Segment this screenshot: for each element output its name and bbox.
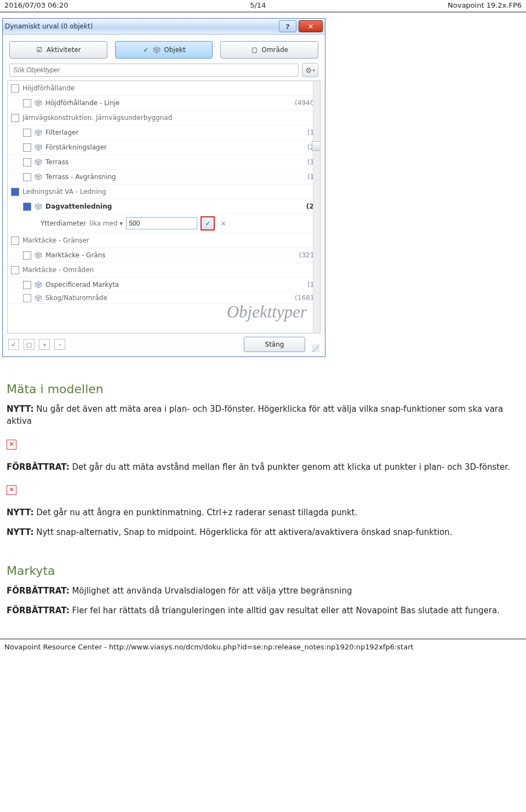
list-section[interactable]: Marktäcke - Gränser ⌃ <box>8 233 320 248</box>
scrollbar-track[interactable] <box>313 81 320 333</box>
item-label: Filterlager <box>45 129 304 136</box>
criteria-value-input[interactable] <box>126 217 197 229</box>
list-item[interactable]: Ospecificerad Markyta (1) <box>8 278 320 292</box>
chevron-down-icon: ▾ <box>313 68 315 73</box>
dialog-titlebar[interactable]: Dynamiskt urval (0 objekt) ? ✕ <box>3 19 325 34</box>
checkbox[interactable] <box>23 251 31 260</box>
paragraph: NYTT: Det går nu att ångra en punktinmat… <box>7 507 519 519</box>
checkbox-checked[interactable] <box>23 203 31 211</box>
checkbox[interactable] <box>23 99 31 107</box>
list-item[interactable]: Filterlager (1) <box>8 125 320 140</box>
checkbox[interactable] <box>23 173 31 181</box>
header-left: 2016/07/03 06:20 <box>4 1 68 9</box>
object-type-list: Höjdförhållande ⌃ Höjdförhållande - Linj… <box>7 80 321 333</box>
checkbox[interactable] <box>23 143 31 152</box>
criteria-remove-button[interactable]: ✕ <box>218 220 228 228</box>
item-label: Terrass <box>45 158 304 166</box>
tab-label: Område <box>261 46 288 54</box>
cube-icon <box>35 129 42 136</box>
list-item-selected[interactable]: Dagvattenledning (2) <box>8 199 320 214</box>
checkbox[interactable] <box>23 158 31 166</box>
section-label: Ledningsnät VA - Ledning <box>22 188 304 195</box>
heading-mata: Mäta i modellen <box>7 382 519 396</box>
text: Nytt snap-alternativ, Snap to midpoint. … <box>33 527 452 537</box>
text: Möjlighet att använda Urvalsdialogen för… <box>70 586 352 596</box>
checkbox[interactable] <box>11 237 19 245</box>
checkbox[interactable] <box>23 129 31 137</box>
paragraph: NYTT: Nytt snap-alternativ, Snap to midp… <box>7 527 519 539</box>
cube-icon <box>35 99 42 107</box>
settings-button[interactable]: ⚙▾ <box>302 63 318 77</box>
dynamic-selection-dialog: Dynamiskt urval (0 objekt) ? ✕ ☑ Aktivit… <box>2 18 325 357</box>
close-button[interactable]: Stäng <box>244 337 305 352</box>
tab-omrade[interactable]: ▢ Område <box>220 41 318 59</box>
uncheck-all-button[interactable]: ▢ <box>24 339 35 350</box>
footer-text: Novapoint Resource Center - http://www.v… <box>4 643 414 651</box>
tab-bar: ☑ Aktiviteter ✓ Objekt ▢ Område <box>4 39 324 63</box>
list-section[interactable]: Ledningsnät VA - Ledning ⌃ <box>8 185 320 199</box>
cube-icon <box>35 294 42 302</box>
item-label: Ospecificerad Markyta <box>45 281 304 289</box>
label-nytt: NYTT: <box>7 527 33 537</box>
document-body: Mäta i modellen NYTT: Nu går det även at… <box>0 382 526 617</box>
search-input[interactable] <box>9 64 299 77</box>
list-item[interactable]: Terrass (1) <box>8 155 320 170</box>
panel-watermark: Objekttyper <box>227 302 307 322</box>
list-item[interactable]: Förstärkningslager (2) <box>8 140 320 155</box>
check-icon: ✓ <box>205 220 210 227</box>
header-center: 5/14 <box>250 1 266 9</box>
expand-all-button[interactable]: ＋ <box>39 339 50 350</box>
page-header: 2016/07/03 06:20 5/14 Novapoint 19.2x.FP… <box>0 0 526 13</box>
item-label: Marktäcke - Gräns <box>45 251 296 259</box>
list-section[interactable]: Järnvägskonstruktion. Järnvägsunderbyggn… <box>8 111 320 125</box>
criteria-confirm-button[interactable]: ✓ <box>201 216 215 231</box>
tab-objekt[interactable]: ✓ Objekt <box>115 41 213 59</box>
window-close-button[interactable]: ✕ <box>299 20 323 32</box>
list-item[interactable]: Höjdförhållande - Linje (4940) <box>8 96 320 111</box>
criteria-field: Ytterdiameter <box>41 220 86 227</box>
checkbox[interactable] <box>11 114 19 122</box>
dialog-bottom-bar: ✓ ▢ ＋ － Stäng <box>4 333 324 356</box>
label-nytt: NYTT: <box>7 508 33 517</box>
square-icon: ▢ <box>250 46 258 54</box>
list-item[interactable]: Terrass - Avgränsning (1) <box>8 170 320 185</box>
cube-icon <box>35 251 42 259</box>
label-forbattrat: FÖRBÄTTRAT: <box>7 462 70 472</box>
collapse-all-button[interactable]: － <box>54 339 65 350</box>
close-icon: ✕ <box>220 220 226 228</box>
tab-aktiviteter[interactable]: ☑ Aktiviteter <box>9 41 107 59</box>
text: Det går nu att ångra en punktinmatning. … <box>33 508 357 517</box>
help-button[interactable]: ? <box>279 20 296 32</box>
list-section[interactable]: Marktäcke - Områden ⌃ <box>8 263 320 278</box>
paragraph: NYTT: Nu går det även att mäta area i pl… <box>7 404 519 428</box>
list-section[interactable]: Höjdförhållande ⌃ <box>8 81 320 96</box>
text: Fler fel har rättats då trianguleringen … <box>70 606 500 615</box>
check-all-button[interactable]: ✓ <box>8 339 19 350</box>
checkbox[interactable] <box>23 294 31 302</box>
tab-label: Objekt <box>164 46 185 54</box>
checkbox[interactable] <box>11 84 19 93</box>
label-forbattrat: FÖRBÄTTRAT: <box>7 606 70 615</box>
label-nytt: NYTT: <box>7 404 33 414</box>
section-label: Marktäcke - Gränser <box>22 237 304 244</box>
dialog-title: Dynamiskt urval (0 objekt) <box>5 22 277 30</box>
cube-icon <box>35 173 42 181</box>
gear-icon: ⚙ <box>305 66 312 74</box>
dialog-wrap: Dynamiskt urval (0 objekt) ? ✕ ☑ Aktivit… <box>2 18 325 357</box>
cube-icon <box>153 46 161 54</box>
checkbox[interactable] <box>11 266 19 274</box>
checkbox-checked[interactable] <box>11 188 19 196</box>
section-label: Höjdförhållande <box>22 84 304 92</box>
criteria-operator[interactable]: lika med ▾ <box>89 220 123 227</box>
resize-grip[interactable] <box>312 344 319 352</box>
list-item[interactable]: Marktäcke - Gräns (321) <box>8 248 320 263</box>
paragraph: FÖRBÄTTRAT: Det går du att mäta avstånd … <box>7 462 519 474</box>
cube-icon <box>35 158 42 166</box>
page-footer: Novapoint Resource Center - http://www.v… <box>0 638 526 653</box>
cube-icon <box>35 203 42 210</box>
checkbox[interactable] <box>23 281 31 289</box>
item-label: Skog/Naturområde <box>45 294 291 302</box>
paragraph: FÖRBÄTTRAT: Möjlighet att använda Urvals… <box>7 585 519 597</box>
text: Det går du att mäta avstånd mellan fler … <box>70 462 510 472</box>
scrollbar-handle[interactable] <box>312 141 321 151</box>
